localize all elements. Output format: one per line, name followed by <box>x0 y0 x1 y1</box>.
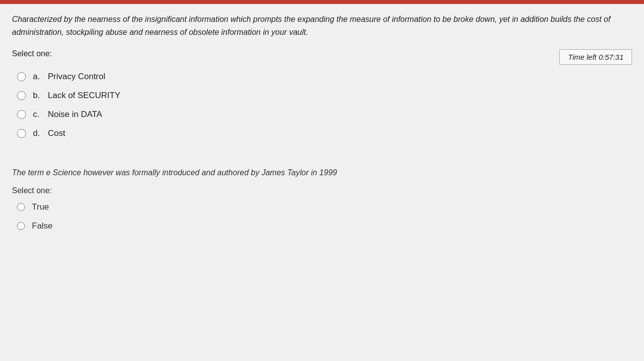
question1-text: Characterized by the nearness of the ins… <box>12 13 632 38</box>
select-one-label: Select one: <box>12 49 52 58</box>
radio-false[interactable] <box>17 222 25 230</box>
option-true-text: True <box>32 202 49 212</box>
option-d-text: Cost <box>48 128 65 138</box>
select-one-row: Select one: Time left 0:57:31 <box>12 49 632 65</box>
option-c-text: Noise in DATA <box>48 110 102 120</box>
option-c[interactable]: c. Noise in DATA <box>17 110 632 120</box>
main-content: Characterized by the nearness of the ins… <box>0 4 644 252</box>
option-b[interactable]: b. Lack of SECURITY <box>17 91 632 101</box>
option-d-letter: d. <box>33 128 43 138</box>
options-list-q2: True False <box>17 202 632 231</box>
option-d[interactable]: d. Cost <box>17 128 632 138</box>
radio-true[interactable] <box>17 203 25 211</box>
options-list-q1: a. Privacy Control b. Lack of SECURITY c… <box>17 72 632 138</box>
option-b-text: Lack of SECURITY <box>48 91 121 101</box>
radio-b[interactable] <box>17 91 26 100</box>
question2-text: The term e Science however was formally … <box>12 168 632 177</box>
option-false-text: False <box>32 221 53 231</box>
option-a[interactable]: a. Privacy Control <box>17 72 632 82</box>
option-false[interactable]: False <box>17 221 632 231</box>
divider <box>12 153 632 168</box>
top-bar <box>0 0 644 4</box>
option-a-letter: a. <box>33 72 43 82</box>
radio-d[interactable] <box>17 129 26 138</box>
radio-a[interactable] <box>17 72 26 81</box>
option-c-letter: c. <box>33 110 43 120</box>
option-true[interactable]: True <box>17 202 632 212</box>
option-b-letter: b. <box>33 91 43 101</box>
radio-c[interactable] <box>17 110 26 119</box>
option-a-text: Privacy Control <box>48 72 105 82</box>
timer-box: Time left 0:57:31 <box>559 49 632 65</box>
select-one-label2: Select one: <box>12 186 632 195</box>
